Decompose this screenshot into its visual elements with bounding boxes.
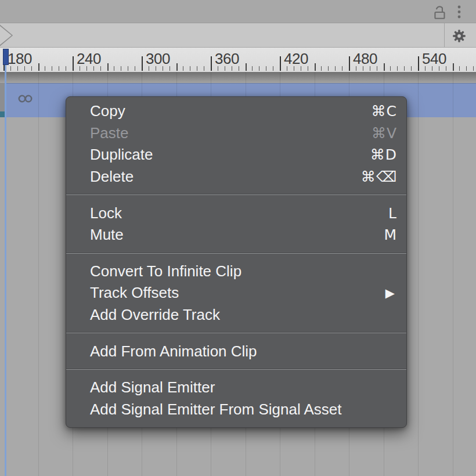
lock-open-icon[interactable] — [432, 3, 448, 21]
menu-item-add-from-animation-clip[interactable]: Add From Animation Clip — [66, 340, 406, 362]
ruler-label: 480 — [353, 50, 377, 68]
menu-section: Convert To Infinite ClipTrack Offsets▶Ad… — [66, 254, 406, 333]
menu-item-shortcut: ⌘V — [372, 125, 397, 142]
ruler-tick — [176, 63, 178, 71]
ruler-tick — [473, 66, 474, 71]
ruler-tick — [384, 63, 385, 71]
ruler-label: 540 — [422, 50, 446, 68]
gridline — [418, 72, 419, 476]
ruler-tick — [45, 66, 45, 71]
ruler-label: 420 — [284, 50, 308, 68]
ruler-tick — [38, 63, 39, 71]
ruler-label: 240 — [77, 50, 101, 68]
ruler-tick — [315, 63, 316, 71]
ruler-tick — [252, 66, 253, 71]
ruler-label: 180 — [8, 50, 32, 68]
ruler-tick — [107, 63, 109, 71]
menu-item-label: Lock — [90, 204, 122, 222]
ruler-shadow — [0, 72, 476, 84]
menu-item-copy[interactable]: Copy⌘C — [66, 100, 406, 122]
ruler-tick — [459, 66, 460, 71]
ruler-tick — [453, 63, 454, 71]
menu-item-mute[interactable]: MuteM — [66, 224, 406, 246]
ruler-tick — [273, 66, 273, 71]
ruler-tick — [321, 66, 322, 71]
menu-item-label: Add Signal Emitter From Signal Asset — [90, 401, 342, 419]
time-ruler[interactable]: 180240300360420480540 — [0, 48, 476, 72]
menu-item-shortcut: M — [384, 226, 397, 243]
menu-item-shortcut: ⌘D — [370, 146, 397, 163]
ruler-tick — [135, 66, 135, 71]
track-type-marker — [0, 111, 5, 117]
menu-section: Add Signal EmitterAdd Signal Emitter Fro… — [66, 370, 406, 427]
menu-item-add-override-track[interactable]: Add Override Track — [66, 304, 406, 326]
ruler-tick — [466, 66, 467, 71]
menu-item-label: Paste — [90, 124, 129, 142]
ruler-tick — [66, 66, 66, 71]
menu-item-label: Copy — [90, 102, 125, 120]
ruler-tick — [142, 56, 143, 71]
menu-item-convert-to-infinite-clip[interactable]: Convert To Infinite Clip — [66, 261, 406, 283]
gridline — [453, 72, 453, 476]
menu-item-label: Mute — [90, 226, 124, 244]
ruler-tick — [349, 56, 350, 71]
ruler-label: 360 — [215, 50, 239, 68]
menu-item-track-offsets[interactable]: Track Offsets▶ — [66, 282, 406, 304]
ruler-tick — [342, 66, 342, 71]
ruler-tick — [418, 56, 419, 71]
menu-item-lock[interactable]: LockL — [66, 202, 406, 224]
ruler-tick — [121, 66, 121, 71]
submenu-arrow-icon: ▶ — [385, 286, 397, 300]
menu-item-shortcut: ⌘⌫ — [361, 168, 397, 185]
ruler-tick — [190, 66, 190, 71]
ruler-tick — [390, 66, 391, 71]
menu-item-add-signal-emitter[interactable]: Add Signal Emitter — [66, 377, 406, 399]
infinity-icon — [18, 95, 34, 103]
menu-item-label: Add Override Track — [90, 306, 220, 324]
timeline-toolbar — [0, 0, 476, 23]
ruler-tick — [280, 56, 281, 71]
ruler-tick — [197, 66, 197, 71]
menu-section: LockLMuteM — [66, 195, 406, 252]
ruler-tick — [204, 66, 204, 71]
menu-item-shortcut: L — [388, 205, 397, 222]
ruler-tick — [183, 66, 183, 71]
menu-section: Add From Animation Clip — [66, 333, 406, 369]
menu-item-label: Duplicate — [90, 146, 153, 164]
ruler-tick — [397, 66, 398, 71]
ruler-tick — [335, 66, 336, 71]
ruler-tick — [52, 66, 52, 71]
playhead-line — [5, 64, 6, 476]
toolbar-divider — [444, 23, 445, 47]
ruler-tick — [404, 66, 405, 71]
gridline — [38, 72, 39, 476]
ruler-tick — [114, 66, 114, 71]
ruler-tick — [211, 56, 212, 71]
menu-item-label: Delete — [90, 168, 134, 186]
track-header-bar — [0, 23, 476, 48]
ruler-tick — [128, 66, 128, 71]
timeline-panel: 180240300360420480540 Copy⌘CPaste⌘VDupli… — [0, 0, 476, 476]
menu-item-duplicate[interactable]: Duplicate⌘D — [66, 144, 406, 166]
context-menu: Copy⌘CPaste⌘VDuplicate⌘DDelete⌘⌫LockLMut… — [66, 96, 407, 428]
menu-section: Copy⌘CPaste⌘VDuplicate⌘DDelete⌘⌫ — [66, 97, 406, 194]
menu-item-delete[interactable]: Delete⌘⌫ — [66, 166, 406, 188]
ruler-tick — [246, 63, 247, 71]
menu-item-paste: Paste⌘V — [66, 122, 406, 145]
menu-item-add-signal-emitter-from-signal-asset[interactable]: Add Signal Emitter From Signal Asset — [66, 399, 406, 421]
menu-item-label: Add Signal Emitter — [90, 378, 215, 396]
menu-item-label: Track Offsets — [90, 284, 179, 302]
ruler-tick — [59, 66, 59, 71]
ruler-tick — [411, 66, 412, 71]
chevron-collapse-icon[interactable] — [0, 23, 15, 48]
ruler-tick — [259, 66, 259, 71]
gear-icon[interactable] — [451, 28, 467, 44]
menu-item-shortcut: ⌘C — [372, 103, 397, 120]
ruler-tick — [266, 66, 266, 71]
menu-item-label: Add From Animation Clip — [90, 342, 257, 360]
kebab-menu-icon[interactable] — [455, 4, 464, 20]
playhead-marker[interactable] — [3, 49, 9, 65]
menu-item-label: Convert To Infinite Clip — [90, 262, 241, 280]
ruler-label: 300 — [146, 50, 170, 68]
ruler-tick — [328, 66, 329, 71]
